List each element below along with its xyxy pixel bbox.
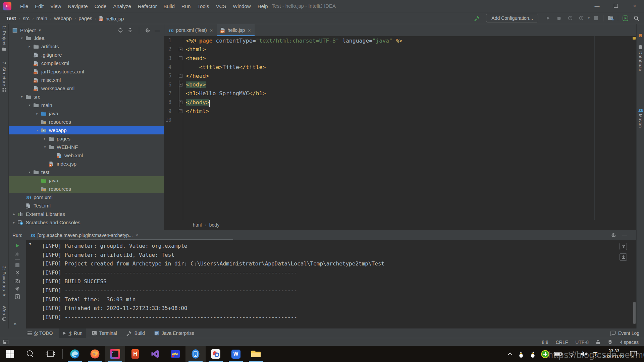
locate-file-button[interactable] [118,27,123,33]
sidebar-item-web[interactable]: Web [0,306,8,321]
code-line-4[interactable]: 4 <title>Title</title> [164,63,636,71]
menu-vcs[interactable]: VCS [212,3,229,9]
toolwindow-build[interactable]: Build [123,328,148,338]
debug-rerun-button[interactable] [15,251,20,256]
code-line-7[interactable]: 7<h1>Hello SpringMVC</h1> [164,89,636,98]
breadcrumb-item-pages[interactable]: pages [78,15,92,21]
tree-item-workspace-xml[interactable]: <>workspace.xml [8,84,164,93]
menu-navigate[interactable]: Navigate [64,3,91,9]
tree-item-pages[interactable]: ▸pages [8,134,164,143]
tree-item-web-inf[interactable]: ▾WEB-INF [8,143,164,151]
taskbar-app-hbuilder[interactable]: H [125,346,145,362]
code-line-3[interactable]: 3−<head> [164,54,636,63]
menu-file[interactable]: File [17,3,32,9]
taskbar-app-file-explorer[interactable] [246,346,266,362]
project-panel-title[interactable]: Project [20,27,36,33]
tree-item-java[interactable]: java [8,176,164,185]
taskbar-app-wps[interactable]: W [226,346,246,362]
build-hammer-button[interactable] [472,15,483,21]
editor-tab-pom-xml-test-[interactable]: mpom.xml (Test)× [164,24,217,36]
toolwindow-4-run[interactable]: 4: Run [59,328,86,338]
minimize-button[interactable]: — [588,0,606,12]
breadcrumb-item-hello.jsp[interactable]: JSPhello.jsp [99,15,124,21]
coverage-button[interactable] [576,16,587,20]
close-icon[interactable]: × [248,27,251,33]
tree-item--idea[interactable]: ▾.idea [8,34,164,42]
tree-closed-arrow-icon[interactable]: ▸ [11,221,17,224]
run-tab[interactable]: m [org.apache.maven.plugins:maven-archet… [30,232,139,238]
code-line-1[interactable]: 1<%@ page contentType="text/html;charset… [164,36,636,45]
console-scrollbar[interactable] [633,302,636,324]
menu-edit[interactable]: Edit [32,3,47,9]
tree-item-artifacts[interactable]: ▸artifacts [8,42,164,51]
soft-wrap-button[interactable] [620,243,627,250]
close-icon[interactable]: × [136,232,139,238]
qq-tray-icon[interactable] [515,346,527,362]
search-everywhere-button[interactable] [631,15,642,21]
code-line-8[interactable]: 8^</body> [164,98,636,107]
code-line-10[interactable]: 10 [164,116,636,124]
taskbar-app-phone-emulator[interactable] [185,346,206,362]
taskbar-app-circles-app[interactable] [206,346,226,362]
tree-item-jarrepositories-xml[interactable]: <>jarRepositories.xml [8,67,164,76]
add-configuration-button[interactable]: Add Configuration... [486,14,538,22]
taskbar-search-button[interactable] [20,346,40,362]
tree-item-index-jsp[interactable]: Hindex.jsp [8,160,164,168]
tree-open-arrow-icon[interactable]: ▾ [26,170,33,174]
hide-panel-button[interactable]: — [155,27,160,33]
menu-refactor[interactable]: Refactor [135,3,160,9]
qq-tray-icon[interactable] [527,346,539,362]
menu-analyze[interactable]: Analyze [110,3,134,9]
code-line-5[interactable]: 5^</head> [164,71,636,80]
tree-item-main[interactable]: ▾main [8,101,164,109]
tree-open-arrow-icon[interactable]: ▾ [19,95,25,99]
hide-run-panel-button[interactable]: — [622,233,627,238]
caret-position[interactable]: 8:8 [542,340,548,345]
inspection-marker[interactable] [633,37,636,40]
breadcrumb-body[interactable]: body [209,222,219,228]
fold-marker-icon[interactable]: ^ [178,109,183,113]
tree-open-arrow-icon[interactable]: ▾ [34,128,40,132]
taskbar-app-media-app[interactable] [165,346,185,362]
tree-item-pom-xml[interactable]: mpom.xml [8,193,164,201]
menu-help[interactable]: Help [254,3,271,9]
tree-closed-arrow-icon[interactable]: ▸ [34,112,40,115]
fold-marker-icon[interactable]: − [178,56,183,60]
tree-open-arrow-icon[interactable]: ▾ [42,145,48,149]
editor-tab-hello-jsp[interactable]: JSPhello.jsp× [217,24,255,36]
tree-item--gitignore[interactable]: .gitignore [8,51,164,59]
toolwindow-toggle-icon[interactable] [3,340,8,344]
pin-results-button[interactable] [15,270,20,276]
tree-item-resources[interactable]: resources [8,118,164,126]
task-view-button[interactable] [40,346,60,362]
tree-closed-arrow-icon[interactable]: ▸ [42,137,48,140]
maximize-button[interactable] [606,0,625,12]
tree-item-webapp[interactable]: ▾webapp [8,126,164,134]
breadcrumb-item-test[interactable]: Test [6,15,16,21]
settings-gear-button[interactable] [145,28,150,33]
fold-marker-icon[interactable]: − [178,48,183,51]
tree-open-arrow-icon[interactable]: ▾ [26,103,33,107]
tree-item-web-xml[interactable]: <web.xml [8,151,164,160]
chevron-down-icon[interactable]: ▼ [38,28,42,32]
menu-tools[interactable]: Tools [194,3,212,9]
tree-item-test-iml[interactable]: Test.iml [8,201,164,210]
tree-item-compiler-xml[interactable]: <>compiler.xml [8,59,164,67]
stop-button[interactable] [590,16,601,20]
code-line-9[interactable]: 9^</html> [164,107,636,115]
tree-item-misc-xml[interactable]: <>misc.xml [8,76,164,84]
tray-expand-icon[interactable] [505,346,515,362]
taskbar-app-visual-studio[interactable] [145,346,165,362]
taskbar-app-edge[interactable] [65,346,85,362]
menu-build[interactable]: Build [160,3,178,9]
chevron-down-icon[interactable]: ▼ [587,16,590,20]
tree-closed-arrow-icon[interactable]: ▸ [26,45,33,48]
scroll-down-button[interactable] [15,294,20,299]
screenshot-button[interactable] [15,279,20,283]
taskbar-app-firefox[interactable] [85,346,105,362]
scroll-to-end-button[interactable] [620,253,627,261]
breadcrumb-item-src[interactable]: src [23,15,30,21]
close-icon[interactable]: × [210,27,213,33]
fold-marker-icon[interactable]: ^ [178,74,183,78]
menu-view[interactable]: View [47,3,64,9]
